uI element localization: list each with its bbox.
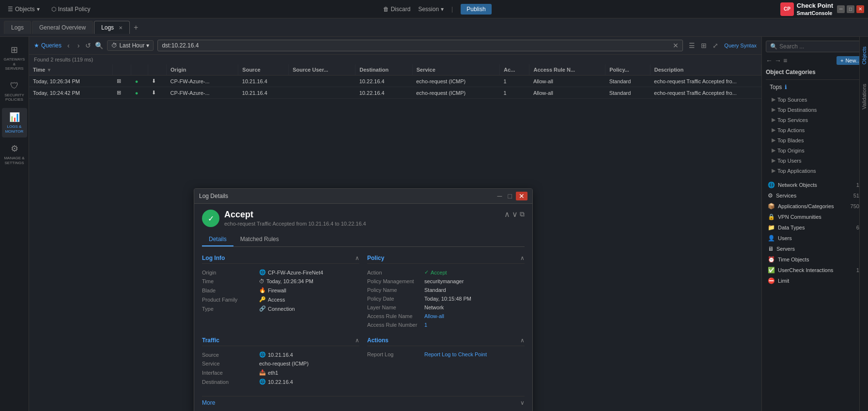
- modal-close-button[interactable]: ✕: [516, 192, 527, 200]
- v-tab-objects[interactable]: Objects: [861, 46, 867, 64]
- search-input[interactable]: [162, 42, 673, 49]
- top-applications[interactable]: ▶ Top Applications: [770, 166, 860, 176]
- app-brand: CP Check PointSmartConsole: [780, 2, 833, 16]
- tab-logs-2[interactable]: Logs ✕: [94, 21, 130, 34]
- col-action[interactable]: Ac...: [500, 64, 529, 76]
- cat-usercheck[interactable]: ✅ UserCheck Interactions 13: [766, 265, 864, 275]
- col-source[interactable]: Source: [238, 64, 289, 76]
- actions-header: Actions ∧: [367, 335, 525, 346]
- expand-view-button[interactable]: ⤢: [711, 41, 720, 50]
- cat-applications[interactable]: 📦 Applications/Categories 7508: [766, 201, 864, 212]
- actions-collapse-button[interactable]: ∧: [520, 337, 525, 344]
- objects-search-input[interactable]: [779, 43, 860, 50]
- publish-button[interactable]: Publish: [461, 4, 491, 15]
- discard-button[interactable]: 🗑 Discard: [383, 6, 411, 13]
- col-time[interactable]: Time ▼: [29, 64, 113, 76]
- grid-view-button[interactable]: ⊞: [699, 41, 709, 50]
- install-policy-icon: ⬡: [51, 6, 56, 13]
- queries-button[interactable]: ★ Queries: [34, 42, 62, 49]
- sidebar-item-gateways[interactable]: ⊞ GATEWAYS & SERVERS: [2, 41, 27, 75]
- top-destinations[interactable]: ▶ Top Destinations: [770, 105, 860, 115]
- maximize-button[interactable]: □: [847, 5, 854, 13]
- modal-tab-details[interactable]: Details: [202, 233, 233, 246]
- traffic-section: Traffic ∧ Source 🌐 10.21.16.4 Service ec…: [202, 335, 359, 386]
- top-services-label: Top Services: [777, 117, 808, 123]
- top-blades[interactable]: ▶ Top Blades: [770, 135, 860, 145]
- v-tab-validations[interactable]: Validations: [861, 84, 867, 109]
- tops-info-icon[interactable]: ℹ: [785, 84, 787, 91]
- cat-servers[interactable]: 🖥 Servers 1: [766, 244, 864, 254]
- refresh-button[interactable]: ↺: [85, 42, 91, 49]
- minimize-button[interactable]: ─: [837, 5, 845, 13]
- tab-general-overview[interactable]: General Overview: [32, 21, 93, 34]
- cat-applications-left: 📦 Applications/Categories: [768, 203, 834, 210]
- sidebar-item-manage[interactable]: ⚙ MANAGE & SETTINGS: [2, 139, 27, 169]
- objects-menu-button[interactable]: ☰ Objects ▾: [4, 4, 44, 15]
- cat-time-objects[interactable]: ⏰ Time Objects 3: [766, 254, 864, 265]
- close-button[interactable]: ✕: [856, 5, 864, 13]
- top-users[interactable]: ▶ Top Users: [770, 155, 860, 166]
- log-info-collapse-button[interactable]: ∧: [355, 255, 359, 261]
- next-log-button[interactable]: ∨: [512, 210, 518, 219]
- table-row[interactable]: Today, 10:26:34 PM ⊞ ● ⬇ CP-FW-Azure-...…: [29, 76, 761, 87]
- traffic-header: Traffic ∧: [202, 335, 359, 346]
- log-info-section: Log Info ∧ Origin 🌐 CP-FW-Azure-FireNet4…: [202, 253, 359, 329]
- modal-minimize-button[interactable]: ─: [496, 192, 504, 200]
- cell-icon-1: ⊞: [113, 76, 131, 87]
- top-services[interactable]: ▶ Top Services: [770, 115, 860, 125]
- cat-limit[interactable]: ⛔ Limit 4: [766, 275, 864, 286]
- cell-source-user: [289, 76, 356, 87]
- modal-maximize-button[interactable]: □: [506, 192, 514, 200]
- table-row[interactable]: Today, 10:24:42 PM ⊞ ● ⬇ CP-FW-Azure-...…: [29, 87, 761, 99]
- action-green-icon: ✓: [424, 269, 429, 275]
- cat-vpn[interactable]: 🔒 VPN Communities 2: [766, 212, 864, 222]
- cat-services[interactable]: ⚙ Services 514: [766, 190, 864, 201]
- time-filter[interactable]: ⏱ Last Hour ▾: [107, 40, 154, 51]
- top-sources-label: Top Sources: [777, 97, 807, 103]
- tab-general-overview-label: General Overview: [39, 24, 86, 31]
- traffic-collapse-button[interactable]: ∧: [355, 337, 359, 344]
- policy-collapse-button[interactable]: ∧: [520, 255, 525, 261]
- obj-nav-forward[interactable]: →: [775, 57, 781, 64]
- tab-logs-1[interactable]: Logs: [4, 21, 31, 34]
- session-button[interactable]: Session ▾: [418, 6, 444, 13]
- modal-tab-matched-rules[interactable]: Matched Rules: [233, 233, 286, 246]
- col-policy[interactable]: Policy...: [605, 64, 651, 76]
- manage-icon: ⚙: [11, 143, 18, 154]
- tab-add-button[interactable]: +: [131, 23, 141, 32]
- tab-logs-2-close[interactable]: ✕: [119, 25, 123, 30]
- prev-log-button[interactable]: ∧: [504, 210, 510, 219]
- obj-nav-back[interactable]: ←: [766, 57, 773, 64]
- col-access-rule[interactable]: Access Rule N...: [529, 64, 605, 76]
- product-icon: 🔑: [259, 296, 266, 303]
- nav-forward-button[interactable]: ›: [76, 41, 82, 50]
- log-info-row-blade: Blade 🔥 Firewall: [202, 286, 359, 295]
- modal-header: Log Details ─ □ ✕: [194, 189, 532, 204]
- install-policy-button[interactable]: ⬡ Install Policy: [47, 4, 94, 15]
- search-icon-button[interactable]: 🔍: [95, 42, 103, 49]
- cat-data-types[interactable]: 📁 Data Types 62: [766, 222, 864, 233]
- col-destination[interactable]: Destination: [356, 64, 412, 76]
- query-syntax-link[interactable]: Query Syntax: [724, 43, 757, 48]
- col-description[interactable]: Description: [650, 64, 761, 76]
- top-actions[interactable]: ▶ Top Actions: [770, 125, 860, 135]
- col-service[interactable]: Service: [412, 64, 499, 76]
- obj-nav-list[interactable]: ≡: [783, 57, 787, 64]
- sidebar-item-security[interactable]: 🛡 SECURITY POLICIES: [2, 77, 27, 106]
- col-source-user[interactable]: Source User...: [289, 64, 356, 76]
- copy-button[interactable]: ⧉: [520, 210, 525, 218]
- top-origins[interactable]: ▶ Top Origins: [770, 145, 860, 155]
- search-box: 🔍: [766, 41, 864, 52]
- top-sources[interactable]: ▶ Top Sources: [770, 94, 860, 105]
- cat-users[interactable]: 👤 Users 1: [766, 233, 864, 244]
- more-section[interactable]: More ∨: [202, 396, 525, 409]
- top-users-arrow: ▶: [772, 157, 775, 164]
- list-view-button[interactable]: ☰: [687, 41, 697, 50]
- cat-network-objects[interactable]: 🌐 Network Objects 19: [766, 180, 864, 190]
- col-origin[interactable]: Origin: [167, 64, 238, 76]
- cell-icon-3: ⬇: [148, 76, 166, 87]
- log-details-modal: Log Details ─ □ ✕ ✓ Accept echo-request: [194, 188, 533, 411]
- nav-back-button[interactable]: ‹: [65, 41, 72, 50]
- sidebar-item-logs[interactable]: 📊 LOGS & MONITOR: [2, 108, 27, 137]
- search-clear-button[interactable]: ✕: [673, 42, 679, 49]
